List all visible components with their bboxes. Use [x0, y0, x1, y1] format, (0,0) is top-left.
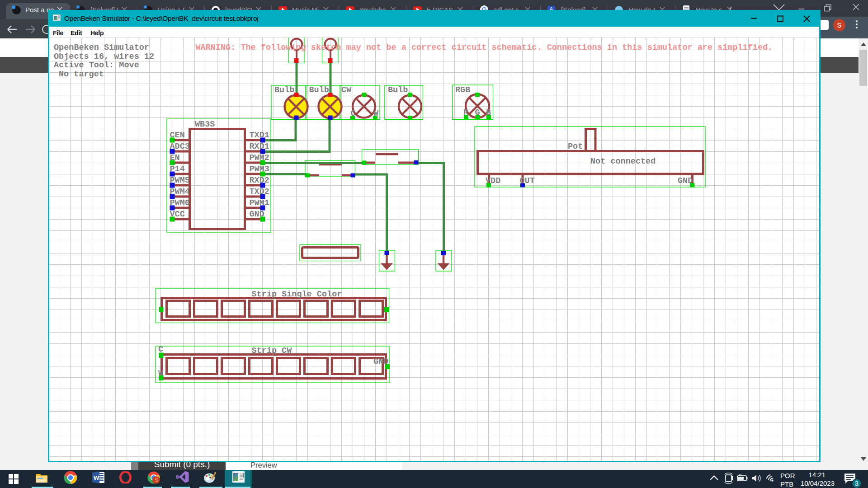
svg-text:Strip Single Color: Strip Single Color	[252, 290, 342, 299]
svg-text:W: W	[373, 109, 379, 118]
svg-text:3: 3	[855, 480, 859, 487]
svg-text:B: B	[486, 108, 491, 117]
svg-text:CEN: CEN	[170, 131, 185, 140]
svg-text:WB3S: WB3S	[195, 120, 215, 129]
svg-text:W: W	[94, 474, 99, 481]
svg-text:GND: GND	[373, 357, 388, 366]
svg-text:RXD2: RXD2	[250, 176, 269, 185]
svg-text:PWM3: PWM3	[250, 164, 269, 174]
svg-text:VCC: VCC	[170, 210, 185, 219]
svg-text:TXD2: TXD2	[250, 187, 269, 197]
svg-text:G: G	[475, 108, 480, 117]
svg-text:RGB: RGB	[455, 85, 470, 95]
svg-text:PWM4: PWM4	[170, 187, 190, 197]
svg-text:R: R	[463, 108, 469, 117]
svg-text:GND: GND	[678, 176, 693, 186]
svg-text:EN: EN	[170, 153, 180, 163]
svg-text:S: S	[155, 477, 158, 483]
svg-text:GND: GND	[250, 210, 264, 219]
svg-text:OUT: OUT	[520, 176, 535, 186]
svg-text:PWM5: PWM5	[170, 176, 190, 185]
svg-text:WARNING: The following sketch: WARNING: The following sketch may not be…	[196, 43, 773, 52]
svg-text:Strip CW: Strip CW	[252, 346, 292, 356]
svg-text:ADC3: ADC3	[170, 142, 190, 151]
svg-text:Not connected: Not connected	[590, 157, 656, 166]
svg-text:VDD: VDD	[486, 176, 500, 186]
svg-text:C: C	[351, 109, 356, 118]
svg-text:Bulb: Bulb	[309, 85, 329, 95]
svg-text:Pot: Pot	[568, 142, 583, 151]
svg-text:No target: No target	[59, 70, 104, 79]
svg-text:W: W	[158, 369, 164, 378]
svg-text:OpenBeken Simulator: OpenBeken Simulator	[54, 43, 149, 52]
svg-text:TXD1: TXD1	[250, 131, 269, 140]
svg-text:Active Tool: Move: Active Tool: Move	[54, 61, 139, 70]
svg-text:Objects 16, wires 12: Objects 16, wires 12	[54, 52, 154, 61]
svg-text:C: C	[158, 345, 163, 354]
svg-text:PWM0: PWM0	[170, 198, 190, 208]
svg-text:Bulb: Bulb	[388, 85, 408, 95]
svg-text:Bulb: Bulb	[274, 85, 294, 95]
svg-text:PWM2: PWM2	[250, 153, 269, 163]
svg-text:P14: P14	[170, 164, 185, 174]
svg-text:PWM1: PWM1	[250, 198, 269, 208]
svg-text:RXD1: RXD1	[250, 142, 269, 151]
svg-text:CW: CW	[341, 85, 352, 95]
